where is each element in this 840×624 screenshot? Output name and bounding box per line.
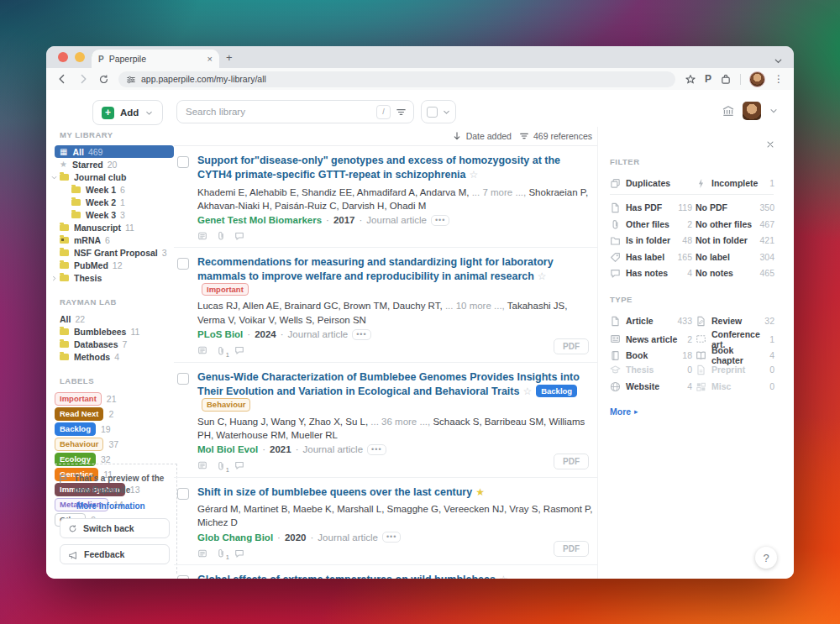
new-tab-button[interactable]: + xyxy=(226,51,233,64)
sidebar-item-all[interactable]: ▦ All 469 xyxy=(55,145,174,158)
feedback-button[interactable]: Feedback xyxy=(60,544,170,564)
sort-direction-icon[interactable] xyxy=(452,131,462,141)
sidebar-lab-methods[interactable]: Methods 4 xyxy=(55,350,174,363)
institution-icon[interactable] xyxy=(722,104,735,118)
pdf-button[interactable]: PDF xyxy=(554,338,589,354)
paper-row[interactable]: Genus-Wide Characterization of Bumblebee… xyxy=(174,363,597,478)
label-pill[interactable]: Behaviour xyxy=(55,438,103,450)
notes-icon[interactable] xyxy=(197,345,207,355)
search-box[interactable]: / xyxy=(176,100,414,123)
sort-by-button[interactable]: Date added xyxy=(466,131,512,141)
paper-title[interactable]: Support for"disease-only" genotypes and … xyxy=(197,155,560,181)
close-tab-icon[interactable]: × xyxy=(207,54,213,64)
sidebar-lab-databases[interactable]: Databases 7 xyxy=(55,338,174,350)
label-backlog[interactable]: Backlog 19 xyxy=(55,422,174,437)
comment-icon[interactable] xyxy=(234,548,244,558)
comment-icon[interactable] xyxy=(234,460,244,470)
bookmark-star-icon[interactable] xyxy=(685,71,696,87)
paper-checkbox[interactable] xyxy=(177,575,189,579)
tab-search-icon[interactable] xyxy=(773,53,784,68)
add-button[interactable]: + Add xyxy=(92,100,163,125)
back-icon[interactable] xyxy=(56,73,68,86)
paper-row[interactable]: Global effects of extreme temperatures o… xyxy=(174,565,597,579)
filter-has-pdf[interactable]: Has PDF119 xyxy=(610,202,692,213)
type-book[interactable]: Book18 xyxy=(610,349,692,361)
journal-name[interactable]: Mol Biol Evol xyxy=(197,444,258,454)
more-actions-button[interactable] xyxy=(367,444,386,455)
paper-row[interactable]: Recommendations for measuring and standa… xyxy=(174,248,597,363)
attachment-icon[interactable] xyxy=(216,231,226,241)
filter-other-files[interactable]: Other files2 xyxy=(610,218,692,230)
more-actions-button[interactable] xyxy=(352,329,370,340)
paper-checkbox[interactable] xyxy=(177,488,189,500)
type-review[interactable]: Review32 xyxy=(696,315,774,327)
browser-tab[interactable]: P Paperpile × xyxy=(92,50,219,68)
pdf-button[interactable]: PDF xyxy=(554,541,589,557)
paper-row[interactable]: Shift in size of bumblebee queens over t… xyxy=(174,478,597,566)
site-settings-icon[interactable] xyxy=(126,71,136,87)
filter-not-in-folder[interactable]: Not in folder421 xyxy=(696,235,774,245)
sidebar-folder-week-3[interactable]: Week 3 3 xyxy=(55,208,174,221)
paper-checkbox[interactable] xyxy=(177,373,189,385)
type-website[interactable]: Website4 xyxy=(610,380,692,392)
journal-name[interactable]: PLoS Biol xyxy=(197,329,243,339)
notes-icon[interactable] xyxy=(197,460,207,470)
chevron-down-icon[interactable] xyxy=(769,106,779,116)
more-filters-link[interactable]: More▸ xyxy=(610,406,774,417)
search-input[interactable] xyxy=(184,106,371,118)
sidebar-folder-journal-club[interactable]: Journal club xyxy=(55,170,174,183)
label-badge[interactable]: Backlog xyxy=(536,385,577,397)
more-information-link[interactable]: More information xyxy=(76,501,171,511)
search-filters-icon[interactable] xyxy=(396,106,407,118)
user-avatar[interactable] xyxy=(743,102,761,120)
filter-no-label[interactable]: No label304 xyxy=(696,252,774,262)
notes-icon[interactable] xyxy=(197,231,207,241)
forward-icon[interactable] xyxy=(77,73,89,86)
journal-name[interactable]: Genet Test Mol Biomarkers xyxy=(197,215,322,225)
comment-icon[interactable] xyxy=(234,345,244,355)
filter-is-in-folder[interactable]: Is in folder48 xyxy=(610,234,692,246)
filter-no-pdf[interactable]: No PDF350 xyxy=(696,202,774,212)
attachment-icon[interactable]: 1 xyxy=(216,460,226,471)
type-thesis[interactable]: Thesis0 xyxy=(610,364,692,375)
select-all-checkbox[interactable] xyxy=(427,107,438,118)
more-actions-button[interactable] xyxy=(382,532,401,543)
browser-menu-icon[interactable]: ⋮ xyxy=(774,73,784,85)
paperpile-extension-icon[interactable]: P xyxy=(705,73,711,85)
label-important[interactable]: Important 21 xyxy=(55,391,174,406)
pdf-button[interactable]: PDF xyxy=(554,454,589,469)
close-icon[interactable] xyxy=(765,139,775,149)
sidebar-folder-week-2[interactable]: Week 2 1 xyxy=(55,196,174,208)
filter-duplicates[interactable]: Duplicates xyxy=(610,177,692,189)
comment-icon[interactable] xyxy=(234,231,244,241)
browser-profile-avatar[interactable] xyxy=(749,71,765,87)
paper-title[interactable]: Recommendations for measuring and standa… xyxy=(197,256,554,282)
notes-icon[interactable] xyxy=(197,548,207,558)
filter-no-notes[interactable]: No notes465 xyxy=(696,268,774,278)
paper-title[interactable]: Global effects of extreme temperatures o… xyxy=(197,574,508,579)
select-all-dropdown[interactable] xyxy=(421,100,456,123)
type-preprint[interactable]: Preprint0 xyxy=(696,364,774,375)
label-read-next[interactable]: Read Next 2 xyxy=(55,406,174,422)
filter-incomplete[interactable]: Incomplete1 xyxy=(696,177,774,189)
sidebar-folder-thesis[interactable]: Thesis xyxy=(55,271,174,284)
type-book-chapter[interactable]: Book chapter4 xyxy=(696,345,774,365)
chevron-down-icon[interactable] xyxy=(50,172,58,182)
paper-row[interactable]: Support for"disease-only" genotypes and … xyxy=(174,146,597,248)
address-bar[interactable]: app.paperpile.com/my-library/all xyxy=(118,71,675,87)
switch-back-button[interactable]: Switch back xyxy=(60,518,170,538)
extensions-icon[interactable] xyxy=(720,71,732,87)
minimize-window-button[interactable] xyxy=(75,52,85,62)
sidebar-folder-week-1[interactable]: Week 1 6 xyxy=(55,183,174,196)
sidebar-folder-nsf-grant-proposal[interactable]: NSF Grant Proposal 3 xyxy=(55,246,174,259)
sidebar-lab-bumblebees[interactable]: Bumblebees 11 xyxy=(55,325,174,338)
type-misc[interactable]: Misc0 xyxy=(696,380,774,392)
filter-has-label[interactable]: Has label165 xyxy=(610,251,692,263)
more-actions-button[interactable] xyxy=(431,215,449,226)
type-news-article[interactable]: News article2 xyxy=(610,333,692,345)
label-pill[interactable]: Important xyxy=(55,392,102,405)
attachment-icon[interactable]: 1 xyxy=(216,345,226,356)
label-badge[interactable]: Important xyxy=(202,283,249,296)
type-article[interactable]: Article433 xyxy=(610,315,692,327)
label-behaviour[interactable]: Behaviour 37 xyxy=(55,437,174,452)
